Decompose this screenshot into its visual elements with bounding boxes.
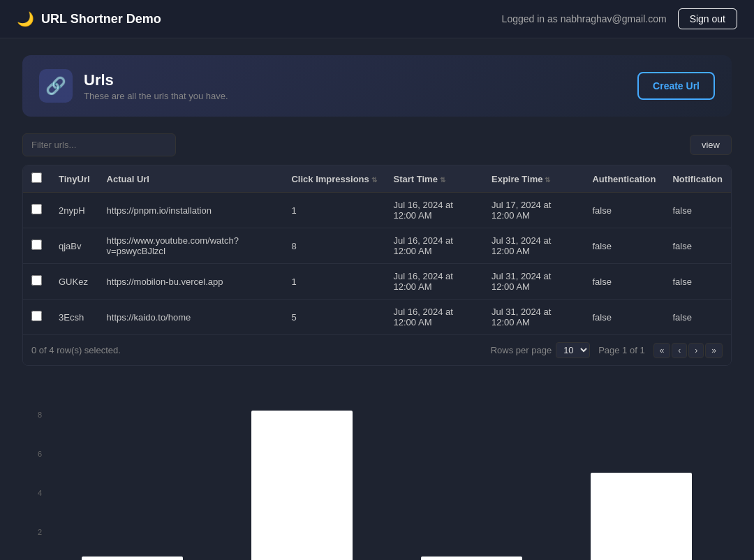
page-header: 🔗 Urls These are all the urls that you h… [22,55,732,117]
select-all-checkbox[interactable] [31,172,42,183]
pagination-right: Rows per page 10 25 50 Page 1 of 1 « ‹ ›… [491,342,723,358]
row-checkbox[interactable] [31,275,42,286]
cell-authentication: false [584,300,664,335]
app-title: URL Shortner Demo [41,12,161,27]
row-checkbox-cell [23,264,50,300]
cell-authentication: false [584,228,664,264]
header: 🌙 URL Shortner Demo Logged in as nabhrag… [0,0,754,38]
rows-per-page: Rows per page 10 25 50 [491,342,590,358]
header-tinyurl: TinyUrl [50,165,98,193]
urls-table-wrap: TinyUrl Actual Url Click Impressions Sta… [22,165,732,366]
cell-actual-url: https://pnpm.io/installation [98,193,283,228]
page-info: Page 1 of 1 [598,345,645,355]
cell-notification: false [664,264,731,300]
cell-tinyurl: 3Ecsh [50,300,98,335]
y-axis: 02468 [28,411,42,560]
rows-selected-label: 0 of 4 row(s) selected. [31,345,121,355]
cell-notification: false [664,300,731,335]
table-row: qjaBv https://www.youtube.com/watch?v=ps… [23,228,731,264]
header-notification: Notification [664,165,731,193]
sign-out-button[interactable]: Sign out [678,8,737,29]
link-icon: 🔗 [45,76,66,96]
table-header-row: TinyUrl Actual Url Click Impressions Sta… [23,165,731,193]
next-page-button[interactable]: › [688,343,704,358]
header-actual-url: Actual Url [98,165,283,193]
cell-actual-url: https://kaido.to/home [98,300,283,335]
cell-start-time: Jul 16, 2024 at 12:00 AM [385,228,483,264]
bar-group: 2nypH [47,411,217,560]
filter-bar: view [22,133,732,156]
cell-notification: false [664,228,731,264]
bar-group: qjaBv [217,411,387,560]
header-click-impressions[interactable]: Click Impressions [283,165,385,193]
y-axis-label: 8 [28,411,42,419]
header-authentication: Authentication [584,165,664,193]
row-checkbox-cell [23,193,50,228]
last-page-button[interactable]: » [705,343,723,358]
header-right: Logged in as nabhraghav@gmail.com Sign o… [502,8,737,29]
table-row: 3Ecsh https://kaido.to/home 5 Jul 16, 20… [23,300,731,335]
row-checkbox-cell [23,228,50,264]
cell-tinyurl: qjaBv [50,228,98,264]
bar [251,411,353,560]
cell-start-time: Jul 16, 2024 at 12:00 AM [385,193,483,228]
cell-tinyurl: 2nypH [50,193,98,228]
header-left: 🌙 URL Shortner Demo [17,10,161,27]
bar [591,473,693,560]
table-row: 2nypH https://pnpm.io/installation 1 Jul… [23,193,731,228]
page-title: Urls [84,71,228,89]
table-row: GUKez https://mobilon-bu.vercel.app 1 Ju… [23,264,731,300]
bar-group: GUKez [387,411,556,560]
cell-actual-url: https://mobilon-bu.vercel.app [98,264,283,300]
chart-container: 02468 2nypH qjaBv GUKez 3Ecsh [28,397,726,560]
y-axis-label: 4 [28,489,42,497]
row-checkbox[interactable] [31,240,42,250]
moon-icon: 🌙 [17,10,34,27]
chart-area: 02468 2nypH qjaBv GUKez 3Ecsh [22,385,732,560]
cell-start-time: Jul 16, 2024 at 12:00 AM [385,264,483,300]
cell-click-impressions: 5 [283,300,385,335]
header-expire-time[interactable]: Expire Time [483,165,584,193]
page-header-left: 🔗 Urls These are all the urls that you h… [39,69,228,103]
header-start-time[interactable]: Start Time [385,165,483,193]
row-checkbox-cell [23,300,50,335]
cell-tinyurl: GUKez [50,264,98,300]
main-content: 🔗 Urls These are all the urls that you h… [0,38,754,560]
cell-start-time: Jul 16, 2024 at 12:00 AM [385,300,483,335]
pagination-bar: 0 of 4 row(s) selected. Rows per page 10… [23,334,731,365]
cell-click-impressions: 1 [283,193,385,228]
cell-expire-time: Jul 17, 2024 at 12:00 AM [483,193,584,228]
page-title-group: Urls These are all the urls that you hav… [84,71,228,101]
header-checkbox-cell [23,165,50,193]
cell-expire-time: Jul 31, 2024 at 12:00 AM [483,264,584,300]
y-axis-label: 6 [28,450,42,458]
bar [421,557,523,560]
cell-click-impressions: 8 [283,228,385,264]
row-checkbox[interactable] [31,204,42,214]
page-subtitle: These are all the urls that you have. [84,91,228,101]
view-button[interactable]: view [690,135,732,155]
row-checkbox[interactable] [31,311,42,321]
y-axis-label: 2 [28,528,42,536]
logged-in-label: Logged in as nabhraghav@gmail.com [502,13,667,24]
cell-click-impressions: 1 [283,264,385,300]
page-icon: 🔗 [39,69,73,103]
chart-bars: 2nypH qjaBv GUKez 3Ecsh [47,411,726,560]
cell-authentication: false [584,264,664,300]
rows-per-page-select[interactable]: 10 25 50 [556,342,590,358]
urls-table: TinyUrl Actual Url Click Impressions Sta… [23,165,731,334]
cell-actual-url: https://www.youtube.com/watch?v=pswycBJl… [98,228,283,264]
bar-group: 3Ecsh [556,411,726,560]
create-url-button[interactable]: Create Url [637,72,715,100]
cell-expire-time: Jul 31, 2024 at 12:00 AM [483,300,584,335]
cell-notification: false [664,193,731,228]
bar [82,557,184,560]
cell-expire-time: Jul 31, 2024 at 12:00 AM [483,228,584,264]
rows-per-page-label: Rows per page [491,345,552,355]
cell-authentication: false [584,193,664,228]
prev-page-button[interactable]: ‹ [672,343,687,358]
filter-input[interactable] [22,133,176,156]
page-nav: « ‹ › » [653,343,723,358]
first-page-button[interactable]: « [653,343,671,358]
table-body: 2nypH https://pnpm.io/installation 1 Jul… [23,193,731,335]
